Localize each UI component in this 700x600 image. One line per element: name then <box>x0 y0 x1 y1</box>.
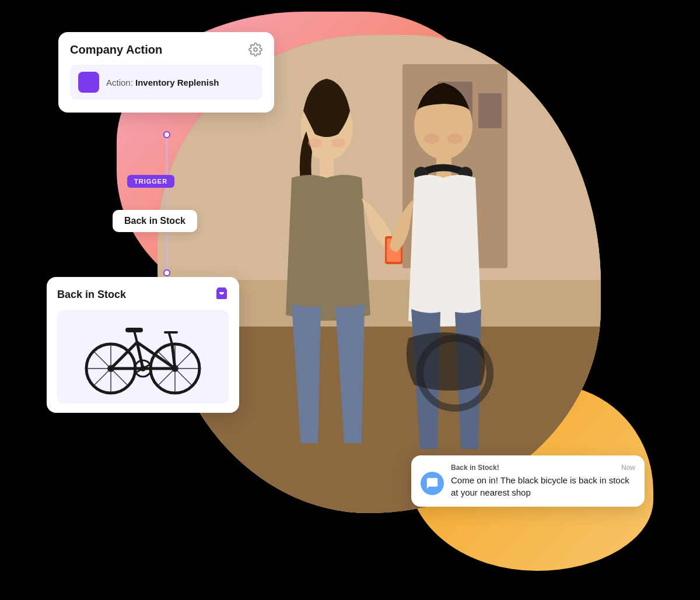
svg-point-15 <box>308 138 322 148</box>
card-header: Company Action <box>70 43 262 57</box>
gear-icon[interactable] <box>249 43 262 57</box>
trigger-label: TRIGGER <box>134 178 167 185</box>
svg-rect-5 <box>478 93 502 128</box>
back-in-stock-card: Back in Stock <box>47 277 239 413</box>
scene: Company Action Action: Inventory Repleni… <box>0 0 700 600</box>
svg-rect-7 <box>320 157 334 178</box>
action-row: Action: Inventory Replenish <box>70 65 262 100</box>
notification-card: Back in Stock! Now Come on in! The black… <box>411 455 645 507</box>
action-label-prefix: Action: <box>106 78 135 87</box>
notification-header-row: Back in Stock! Now <box>451 464 635 472</box>
trigger-pill: TRIGGER <box>127 175 174 188</box>
svg-point-18 <box>447 134 463 144</box>
connector-line <box>166 138 167 271</box>
trigger-bubble-label: Back in Stock <box>124 216 186 226</box>
notification-time: Now <box>621 464 635 472</box>
svg-point-19 <box>254 48 257 51</box>
notification-title: Back in Stock! <box>451 464 499 472</box>
connector-dot-top <box>163 131 170 138</box>
bike-container <box>57 310 229 403</box>
bis-header: Back in Stock <box>57 286 229 303</box>
company-action-title: Company Action <box>70 43 162 57</box>
company-action-card: Company Action Action: Inventory Repleni… <box>58 32 274 113</box>
notification-content: Back in Stock! Now Come on in! The black… <box>451 464 635 499</box>
notification-message: Come on in! The black bicycle is back in… <box>451 474 635 499</box>
svg-line-40 <box>169 334 172 344</box>
bis-title: Back in Stock <box>57 289 126 301</box>
cart-icon <box>215 286 229 303</box>
connector-dot-mid <box>163 269 170 276</box>
svg-point-17 <box>424 134 439 144</box>
notification-icon <box>421 472 444 495</box>
action-icon-purple-box <box>78 72 99 93</box>
bicycle-icon <box>79 316 207 398</box>
trigger-bubble: Back in Stock <box>113 210 197 232</box>
svg-point-16 <box>331 138 345 148</box>
action-label: Action: Inventory Replenish <box>106 78 219 87</box>
action-name: Inventory Replenish <box>135 78 219 87</box>
svg-rect-38 <box>125 328 143 332</box>
